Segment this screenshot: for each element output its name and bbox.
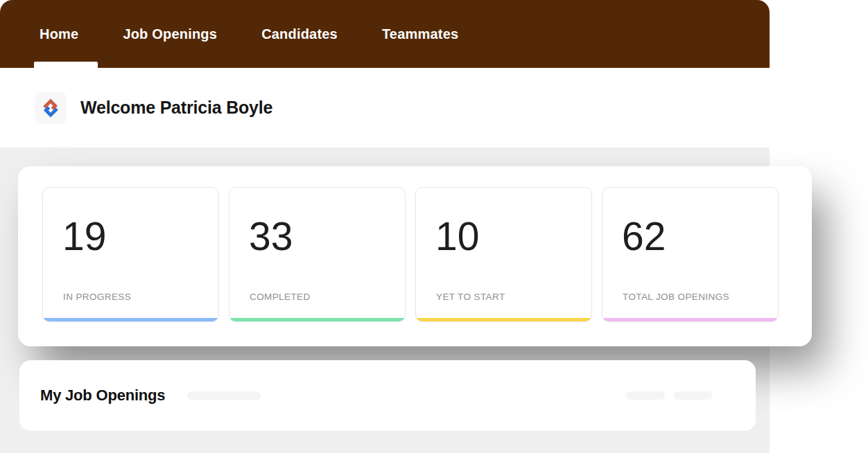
stat-accent-bar	[229, 318, 405, 321]
stat-value: 10	[435, 217, 591, 256]
stat-accent-bar	[43, 318, 218, 321]
active-tab-underline	[34, 62, 98, 68]
top-navbar: Home Job Openings Candidates Teammates	[0, 0, 770, 68]
my-job-openings-panel: My Job Openings	[19, 360, 756, 431]
page-title: Welcome Patricia Boyle	[80, 98, 272, 118]
welcome-header: Welcome Patricia Boyle	[0, 68, 770, 148]
stat-accent-bar	[416, 318, 591, 321]
stat-card-total-job-openings[interactable]: 62 TOTAL JOB OPENINGS	[602, 187, 779, 322]
stat-value: 19	[62, 217, 218, 256]
stat-card-completed[interactable]: 33 COMPLETED	[229, 187, 406, 322]
tab-candidates[interactable]: Candidates	[261, 26, 338, 42]
section-title: My Job Openings	[40, 387, 165, 405]
tab-job-openings[interactable]: Job Openings	[123, 26, 217, 42]
recruit-logo-icon	[35, 92, 67, 124]
skeleton-placeholder	[187, 391, 261, 400]
skeleton-placeholder	[626, 391, 665, 400]
stat-label: IN PROGRESS	[63, 292, 131, 302]
tab-home[interactable]: Home	[40, 26, 78, 42]
stat-value: 33	[249, 217, 405, 256]
stat-card-yet-to-start[interactable]: 10 YET TO START	[415, 187, 592, 322]
stat-label: TOTAL JOB OPENINGS	[623, 292, 729, 302]
stat-accent-bar	[602, 318, 778, 321]
recruit-logo-glyph	[37, 95, 64, 121]
stat-card-in-progress[interactable]: 19 IN PROGRESS	[42, 187, 219, 322]
skeleton-placeholder	[674, 391, 713, 400]
stat-value: 62	[622, 217, 778, 256]
stat-label: COMPLETED	[250, 292, 311, 302]
stats-summary-panel: 19 IN PROGRESS 33 COMPLETED 10 YET TO ST…	[18, 166, 812, 346]
stat-label: YET TO START	[436, 292, 505, 302]
tab-teammates[interactable]: Teammates	[382, 26, 458, 42]
